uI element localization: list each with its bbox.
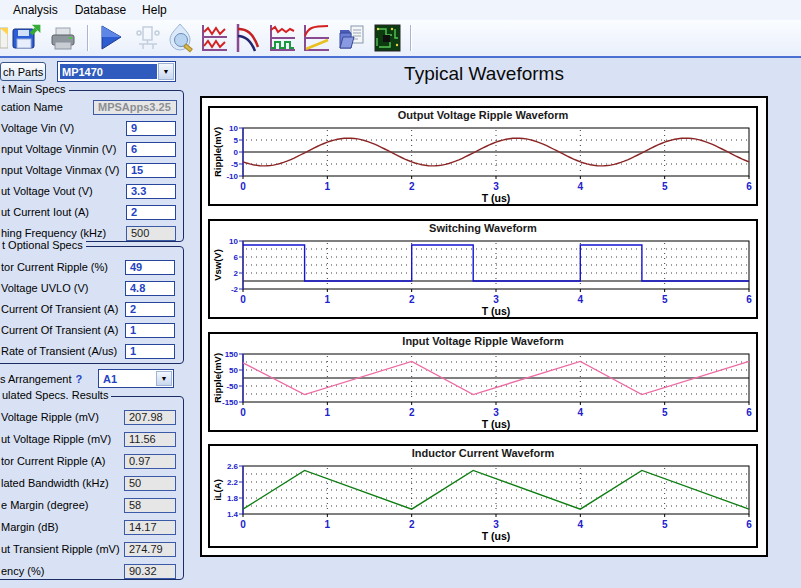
spec-value-readonly: MPSApps3.25 xyxy=(93,100,177,115)
clipped-icon xyxy=(0,23,8,53)
spec-row: cation NameMPSApps3.25 xyxy=(0,100,183,115)
spec-value-input[interactable]: 49 xyxy=(125,260,175,275)
waveforms-panel: Output Voltage Ripple Waveform1050-5-100… xyxy=(200,96,768,557)
group-title: ulated Specs. Results xyxy=(0,389,111,401)
spec-row: e Margin (degree)58 xyxy=(0,498,183,513)
chart-plot: 15050-50-1500123456T (us)Ripple(mV) xyxy=(210,334,756,430)
spec-label: ut Voltage Ripple (mV) xyxy=(1,433,111,445)
run-button[interactable] xyxy=(94,23,126,53)
run-icon xyxy=(94,23,126,53)
spec-label: ut Voltage Vout (V) xyxy=(1,185,93,197)
chart-plot: 2.62.21.81.40123456T (us)iL(A) xyxy=(210,446,756,546)
menu-analysis[interactable]: Analysis xyxy=(13,3,58,17)
spec-label: nput Voltage Vinmax (V) xyxy=(1,164,119,176)
spec-value-input[interactable]: 6 xyxy=(126,142,176,157)
print-button[interactable] xyxy=(47,23,79,53)
svg-text:-2: -2 xyxy=(231,285,239,294)
help-question-icon[interactable]: ? xyxy=(76,373,83,385)
svg-text:3: 3 xyxy=(493,407,499,418)
svg-text:1: 1 xyxy=(325,407,331,418)
pcb-layout-button[interactable] xyxy=(371,23,403,53)
svg-text:Vsw(V): Vsw(V) xyxy=(212,249,223,281)
spec-value-readonly: 11.56 xyxy=(124,432,176,447)
part-select[interactable]: MP1470 ▼ xyxy=(57,61,176,82)
spec-row: tor Current Ripple (A)0.97 xyxy=(0,454,183,469)
chart-box-output-ripple: Output Voltage Ripple Waveform1050-5-100… xyxy=(208,106,758,206)
svg-text:1: 1 xyxy=(325,519,331,530)
transient-waveforms-icon xyxy=(266,23,298,53)
results-group: ulated Specs. Results Voltage Ripple (mV… xyxy=(0,396,184,580)
svg-text:2: 2 xyxy=(234,269,239,278)
spec-value-readonly: 207.98 xyxy=(124,410,176,425)
svg-text:5: 5 xyxy=(662,294,668,305)
spec-row: tor Current Ripple (%)49 xyxy=(0,260,183,275)
chart-plot: 1062-20123456T (us)Vsw(V) xyxy=(210,221,756,317)
svg-text:10: 10 xyxy=(229,124,238,133)
menu-database[interactable]: Database xyxy=(75,3,126,17)
menu-help[interactable]: Help xyxy=(142,3,167,17)
spec-value-input[interactable]: 3.3 xyxy=(126,184,176,199)
waveforms-button[interactable] xyxy=(198,23,230,53)
spec-value-readonly: 274.79 xyxy=(124,542,176,557)
svg-text:2.6: 2.6 xyxy=(227,462,239,471)
zoom-button[interactable] xyxy=(164,23,196,53)
spec-value-input[interactable]: 1 xyxy=(125,323,175,338)
spec-value-input[interactable]: 15 xyxy=(126,163,176,178)
page-title: Typical Waveforms xyxy=(200,63,768,85)
svg-text:0: 0 xyxy=(234,148,239,157)
spec-value-input[interactable]: 9 xyxy=(126,121,176,136)
report-button[interactable] xyxy=(336,23,368,53)
svg-text:1.8: 1.8 xyxy=(227,494,239,503)
spec-row: Rate of Transient (A/us)1 xyxy=(0,344,183,359)
spec-label: hing Frequency (kHz) xyxy=(1,227,106,239)
zoom-icon xyxy=(164,23,196,53)
svg-text:-50: -50 xyxy=(226,382,238,391)
spec-value-readonly: 58 xyxy=(124,498,176,513)
save-button[interactable] xyxy=(10,23,42,53)
arrangement-select[interactable]: A1 ▼ xyxy=(98,369,174,388)
menu-bar: Analysis Database Help xyxy=(0,0,801,20)
pcb-layout-icon xyxy=(371,23,403,53)
svg-text:-150: -150 xyxy=(222,398,239,407)
svg-text:6: 6 xyxy=(746,181,752,192)
main-specs-group: t Main Specs cation NameMPSApps3.25Volta… xyxy=(0,90,184,242)
svg-text:T (us): T (us) xyxy=(482,418,511,430)
spec-label: Current Of Transient (A) xyxy=(1,303,118,315)
svg-text:6: 6 xyxy=(234,253,239,262)
svg-text:5: 5 xyxy=(234,136,239,145)
chevron-down-icon[interactable]: ▼ xyxy=(156,371,172,386)
efficiency-curve-button[interactable] xyxy=(300,23,332,53)
spec-value-input[interactable]: 1 xyxy=(125,344,175,359)
spec-label: Voltage Ripple (mV) xyxy=(1,411,99,423)
svg-text:10: 10 xyxy=(229,237,238,246)
spec-row: Voltage Ripple (mV)207.98 xyxy=(0,410,183,425)
chevron-down-icon[interactable]: ▼ xyxy=(158,63,174,80)
svg-text:6: 6 xyxy=(746,519,752,530)
svg-text:1: 1 xyxy=(325,181,331,192)
search-parts-button[interactable]: ch Parts xyxy=(0,62,46,81)
spec-label: tor Current Ripple (A) xyxy=(1,455,106,467)
spec-row: Voltage UVLO (V)4.8 xyxy=(0,281,183,296)
spec-row: ut Current Iout (A)2 xyxy=(0,205,183,220)
spec-label: e Margin (degree) xyxy=(1,499,88,511)
spec-row: nput Voltage Vinmin (V)6 xyxy=(0,142,183,157)
svg-text:1.4: 1.4 xyxy=(227,510,239,519)
bode-plot-button[interactable] xyxy=(232,23,264,53)
spec-row: ut Voltage Vout (V)3.3 xyxy=(0,184,183,199)
save-icon xyxy=(10,23,42,53)
spec-label: ut Transient Ripple (mV) xyxy=(1,543,120,555)
report-icon xyxy=(336,23,368,53)
svg-text:150: 150 xyxy=(225,350,239,359)
svg-text:5: 5 xyxy=(662,181,668,192)
schematic-button-disabled xyxy=(132,23,164,53)
transient-waveforms-button[interactable] xyxy=(266,23,298,53)
svg-text:5: 5 xyxy=(662,407,668,418)
svg-text:2: 2 xyxy=(409,407,415,418)
spec-value-input[interactable]: 2 xyxy=(126,205,176,220)
schematic-icon xyxy=(132,23,164,53)
spec-value-input[interactable]: 2 xyxy=(125,302,175,317)
svg-text:4: 4 xyxy=(578,407,584,418)
chart-box-input-ripple: Input Voltage Ripple Waveform15050-50-15… xyxy=(208,332,758,432)
spec-label: ut Current Iout (A) xyxy=(1,206,89,218)
spec-value-input[interactable]: 4.8 xyxy=(125,281,175,296)
